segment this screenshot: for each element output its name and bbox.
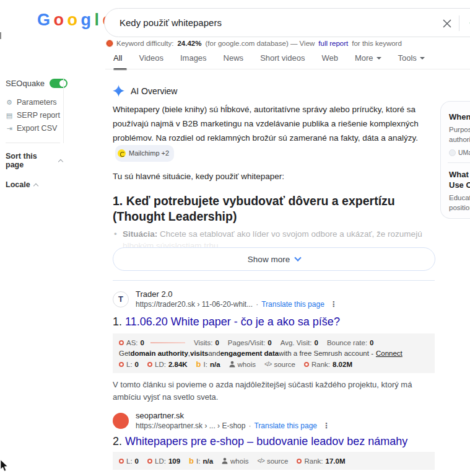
semrush-ring-icon [297, 459, 302, 464]
metric-bounce-rate: Bounce rate:0 [327, 339, 374, 346]
semrush-promo-row: Get domain authority, visits and engagem… [119, 348, 429, 359]
metric-linking-domains[interactable]: LD:2.84K [147, 361, 188, 368]
seoquake-metrics-box: L:0 LD:109 I:n/a whois source Rank:17.0M [113, 452, 435, 470]
metric-pages-visit: Pages/Visit:0 [228, 339, 272, 346]
tab-more[interactable]: More [355, 53, 381, 70]
semrush-ring-icon [119, 362, 124, 367]
tab-images[interactable]: Images [180, 53, 207, 70]
person-icon [222, 457, 228, 464]
result-header[interactable]: seopartner.sk https://seopartner.sk › ..… [113, 410, 435, 431]
logo-letter: o [67, 11, 77, 30]
search-result-2: seopartner.sk https://seopartner.sk › ..… [113, 410, 435, 476]
clear-search-icon[interactable] [442, 18, 453, 29]
result-url: https://seopartner.sk › ... › E-shop [136, 421, 245, 431]
metric-rank[interactable]: Rank:17.0M [297, 457, 345, 465]
result-number: 1. [113, 315, 122, 328]
tabs-divider [105, 69, 470, 69]
kd-tail: for this keyword [352, 40, 402, 47]
result-title-link[interactable]: 11.06.20 White paper - čo je a ako sa pí… [125, 315, 340, 328]
google-serp-page: G o o g l e Kedy použiť whitepapers Keyw… [0, 0, 470, 476]
more-options-icon[interactable] [323, 421, 330, 431]
url-separator: · [248, 421, 251, 431]
source-card-text: Purpos [449, 125, 470, 134]
tab-news[interactable]: News [224, 53, 244, 70]
chevron-down-icon [376, 57, 381, 60]
metric-links[interactable]: L:0 [119, 361, 139, 368]
logo-letter: l [95, 11, 99, 30]
full-report-link[interactable]: full report [318, 40, 348, 47]
export-icon: ⇥ [6, 125, 13, 133]
whois-link[interactable]: whois [222, 457, 248, 465]
bing-icon [189, 456, 194, 465]
ai-sources-card[interactable]: When Purpos authorit UMa What I Use O Ed… [440, 101, 470, 219]
logo-letter: o [54, 11, 64, 30]
code-icon [264, 361, 271, 368]
kd-value: 24.42% [177, 40, 201, 47]
sidebar-divider [6, 143, 60, 143]
source-link[interactable]: source [257, 457, 288, 465]
search-box[interactable]: Kedy použiť whitepapers [104, 8, 470, 37]
result-site-name: Trader 2.0 [136, 289, 337, 299]
result-description: V tomto článku si povieme o azda najdôle… [113, 379, 434, 403]
result-title-link[interactable]: Whitepapers pre e-shop – budovanie leado… [125, 435, 407, 447]
result-url: https://trader20.sk › 11-06-20-whit... [136, 299, 253, 309]
gear-icon: ⚙ [6, 99, 13, 107]
chevron-down-icon [294, 254, 301, 261]
metric-bing-index[interactable]: I:n/a [196, 359, 220, 369]
metric-links[interactable]: L:0 [119, 457, 139, 465]
keyword-difficulty-bar: Keyword difficulty: 24.42% (for google.c… [107, 40, 402, 47]
source-card-divider [448, 162, 470, 163]
source-site-chip[interactable]: UMa [449, 149, 470, 156]
person-icon [229, 361, 235, 368]
source-card-text: positior [449, 203, 470, 213]
semrush-ring-icon [119, 459, 124, 464]
seoquake-icon [107, 40, 113, 46]
tab-tools[interactable]: Tools [398, 53, 425, 70]
show-more-button[interactable]: Show more [113, 247, 435, 271]
result-number: 2. [113, 435, 122, 447]
code-icon [257, 457, 264, 464]
seoquake-title-row: SEOquake [6, 79, 63, 88]
seoquake-toggle-on[interactable] [50, 79, 67, 88]
sidebar-item-parameters[interactable]: ⚙ Parameters [6, 98, 63, 107]
trader20-favicon: T [113, 291, 129, 307]
ai-overview-bullet: Situácia: Chcete sa etablovať ako líder … [113, 228, 425, 249]
source-link[interactable]: source [264, 361, 295, 368]
seoquake-links-row: L:0 LD:109 I:n/a whois source Rank:17.0M [119, 456, 429, 466]
microphone-icon[interactable] [468, 17, 470, 30]
window-edge-artifact [0, 32, 1, 39]
sidebar-item-export-csv[interactable]: ⇥ Export CSV [6, 124, 63, 133]
chevron-up-icon [58, 159, 63, 164]
tab-all[interactable]: All [113, 53, 122, 70]
ai-overview-paragraph: Whitepapery (biele knihy) sú hĺbkové, au… [113, 102, 427, 163]
translate-link[interactable]: Translate this page [254, 421, 317, 431]
locale-section[interactable]: Locale [6, 180, 63, 189]
translate-link[interactable]: Translate this page [261, 299, 324, 309]
main-results-column: AI Overview Whitepapery (biele knihy) sú… [113, 77, 435, 476]
connect-link[interactable]: Connect [376, 350, 403, 357]
kd-label: Keyword difficulty: [116, 40, 173, 47]
result-header[interactable]: T Trader 2.0 https://trader20.sk › 11-06… [113, 289, 435, 309]
tab-web[interactable]: Web [321, 53, 338, 70]
sort-this-page-section[interactable]: Sort this page [6, 152, 63, 169]
whois-link[interactable]: whois [229, 361, 256, 368]
source-card-heading: When [449, 112, 470, 122]
result-title-row: 2.Whitepapers pre e-shop – budovanie lea… [113, 434, 435, 448]
tab-short-videos[interactable]: Short videos [260, 53, 305, 70]
metric-linking-domains[interactable]: LD:109 [147, 457, 180, 465]
kd-mid: (for google.com database) — View [205, 40, 315, 47]
search-input[interactable]: Kedy použiť whitepapers [120, 17, 222, 28]
metric-rank[interactable]: Rank:8.02M [304, 361, 352, 368]
sidebar-edge [63, 77, 64, 143]
metric-avg-visit: Avg. Visit:0 [281, 339, 318, 346]
ai-overview-label: AI Overview [131, 86, 177, 96]
tab-videos[interactable]: Videos [139, 53, 163, 70]
ai-sparkle-icon [113, 85, 124, 97]
ai-source-chip[interactable]: Mailchimp +2 [115, 145, 174, 162]
more-options-icon[interactable] [330, 299, 337, 309]
sidebar-item-serp-report[interactable]: ▤ SERP report [6, 111, 63, 120]
metric-bing-index[interactable]: I:n/a [189, 456, 213, 465]
mailchimp-favicon [118, 149, 126, 157]
metric-authority-score[interactable]: AS:0 [119, 339, 144, 346]
seoquake-sidebar: SEOquake ⚙ Parameters ▤ SERP report ⇥ Ex… [6, 79, 63, 189]
